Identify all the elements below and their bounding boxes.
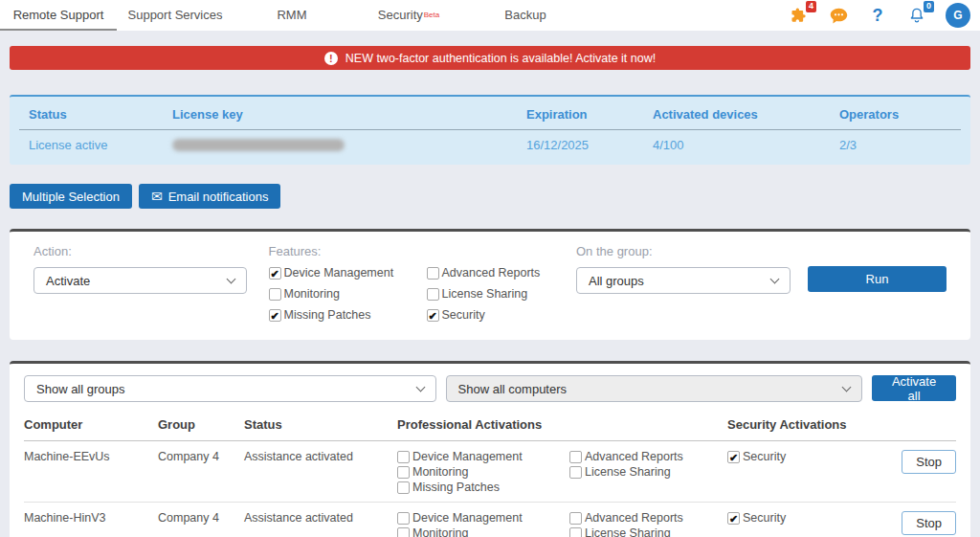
checkbox[interactable] bbox=[397, 481, 410, 494]
row-checkbox-device-management[interactable]: Device Management bbox=[397, 511, 569, 525]
computer-group: Company 4 bbox=[158, 511, 244, 525]
selected-action: Activate bbox=[46, 274, 90, 288]
features-grid: ✔Device Management Monitoring ✔Missing P… bbox=[269, 266, 556, 322]
run-button[interactable]: Run bbox=[808, 266, 947, 292]
beta-badge: Beta bbox=[424, 11, 439, 19]
checkbox-label: Advanced Reports bbox=[442, 266, 541, 280]
checkbox[interactable] bbox=[569, 527, 582, 537]
selected-group: All groups bbox=[589, 274, 644, 288]
tab-backup[interactable]: Backup bbox=[467, 0, 584, 31]
avatar[interactable]: G bbox=[946, 3, 970, 28]
email-notifications-button[interactable]: ✉Email notifications bbox=[139, 184, 281, 209]
feature-missing-patches[interactable]: ✔Missing Patches bbox=[269, 308, 427, 322]
top-navigation: Remote Support Support Services RMM Secu… bbox=[0, 0, 980, 31]
row-checkbox-license-sharing[interactable]: License Sharing bbox=[569, 526, 727, 537]
row-checkbox-monitoring[interactable]: Monitoring bbox=[397, 465, 569, 479]
notifications-bell-icon[interactable]: 0 bbox=[906, 5, 927, 26]
checkbox[interactable]: ✔ bbox=[727, 451, 740, 463]
feature-license-sharing[interactable]: License Sharing bbox=[427, 287, 556, 301]
row-checkbox-advanced-reports[interactable]: Advanced Reports bbox=[569, 450, 727, 463]
selected-computers-filter: Show all computers bbox=[458, 382, 567, 396]
multiple-selection-button[interactable]: Multiple Selection bbox=[10, 184, 132, 209]
row-checkbox-advanced-reports[interactable]: Advanced Reports bbox=[569, 511, 727, 525]
group-select[interactable]: All groups bbox=[576, 267, 791, 294]
activate-all-button[interactable]: Activate all bbox=[872, 375, 956, 401]
tab-label: Support Services bbox=[128, 8, 223, 22]
tab-label: Remote Support bbox=[13, 8, 104, 22]
feature-monitoring[interactable]: Monitoring bbox=[269, 287, 427, 301]
page: Remote Support Support Services RMM Secu… bbox=[0, 0, 980, 537]
button-label: Multiple Selection bbox=[22, 190, 120, 204]
col-security-activations: Security Activations bbox=[727, 417, 900, 432]
tab-security[interactable]: SecurityBeta bbox=[350, 0, 467, 31]
tab-label: Security bbox=[378, 8, 423, 22]
checkbox[interactable] bbox=[397, 451, 410, 463]
action-select[interactable]: Activate bbox=[33, 267, 247, 294]
tab-remote-support[interactable]: Remote Support bbox=[0, 0, 117, 31]
professional-checkboxes-2: Advanced Reports License Sharing bbox=[569, 511, 727, 537]
row-checkbox-security[interactable]: ✔Security bbox=[727, 511, 900, 525]
checkbox[interactable] bbox=[569, 466, 582, 479]
license-operators: 2/3 bbox=[839, 130, 970, 163]
checkbox-label: Monitoring bbox=[412, 465, 468, 479]
tab-label: RMM bbox=[277, 8, 306, 22]
stop-button[interactable]: Stop bbox=[902, 511, 956, 535]
checkbox[interactable]: ✔ bbox=[269, 267, 281, 280]
col-status: Status bbox=[244, 417, 397, 432]
row-checkbox-device-management[interactable]: Device Management bbox=[397, 450, 569, 463]
action-panel: Action: Activate Features: ✔Device Manag… bbox=[10, 229, 970, 340]
two-factor-banner[interactable]: ! NEW two-factor authentication is avail… bbox=[10, 46, 970, 70]
chat-icon[interactable] bbox=[828, 5, 849, 26]
plugins-icon[interactable]: 4 bbox=[789, 5, 810, 26]
chevron-down-icon bbox=[227, 275, 236, 284]
checkbox-label: Device Management bbox=[284, 266, 394, 280]
checkbox[interactable] bbox=[427, 288, 439, 301]
computer-status: Assistance activated bbox=[244, 450, 397, 463]
groups-filter-select[interactable]: Show all groups bbox=[24, 375, 436, 402]
notifications-count-badge: 0 bbox=[924, 1, 934, 12]
action-label: Action: bbox=[33, 244, 248, 258]
professional-checkboxes-1: Device Management Monitoring Missing Pat… bbox=[397, 450, 569, 494]
license-col-expiration: Expiration bbox=[526, 97, 653, 129]
computer-status: Assistance activated bbox=[244, 511, 397, 525]
col-group: Group bbox=[158, 417, 244, 432]
checkbox[interactable] bbox=[397, 466, 410, 479]
license-col-devices: Activated devices bbox=[653, 97, 839, 129]
checkbox-label: Monitoring bbox=[284, 287, 340, 301]
row-checkbox-security[interactable]: ✔Security bbox=[727, 450, 900, 463]
help-icon[interactable]: ? bbox=[867, 5, 888, 26]
row-checkbox-monitoring[interactable]: Monitoring bbox=[397, 526, 569, 537]
banner-text: NEW two-factor authentication is availab… bbox=[345, 52, 656, 65]
group-label: On the group: bbox=[576, 244, 791, 258]
feature-device-management[interactable]: ✔Device Management bbox=[269, 266, 427, 280]
checkbox[interactable]: ✔ bbox=[727, 512, 740, 525]
checkbox-label: Advanced Reports bbox=[585, 450, 683, 463]
feature-security[interactable]: ✔Security bbox=[427, 308, 556, 322]
checkbox[interactable] bbox=[269, 288, 281, 301]
chevron-down-icon bbox=[842, 383, 852, 392]
checkbox[interactable] bbox=[569, 512, 582, 525]
checkbox[interactable] bbox=[397, 527, 410, 537]
professional-checkboxes-1: Device Management Monitoring Missing Pat… bbox=[397, 511, 569, 537]
checkbox[interactable]: ✔ bbox=[269, 309, 281, 322]
row-checkbox-missing-patches[interactable]: Missing Patches bbox=[397, 481, 569, 494]
checkbox-label: Device Management bbox=[412, 511, 523, 525]
tab-support-services[interactable]: Support Services bbox=[117, 0, 234, 31]
chevron-down-icon bbox=[415, 383, 425, 392]
stop-button[interactable]: Stop bbox=[902, 450, 956, 474]
license-col-status: Status bbox=[29, 97, 172, 129]
feature-advanced-reports[interactable]: Advanced Reports bbox=[427, 266, 556, 280]
checkbox-label: Monitoring bbox=[412, 526, 468, 537]
checkbox-label: Security bbox=[743, 511, 786, 525]
col-computer: Computer bbox=[24, 417, 158, 432]
checkbox[interactable] bbox=[427, 267, 439, 280]
computers-filter-select[interactable]: Show all computers bbox=[446, 375, 863, 402]
header-icon-bar: 4 ? 0 G bbox=[789, 0, 980, 31]
checkbox[interactable] bbox=[397, 512, 410, 525]
computers-panel: Show all groups Show all computers Activ… bbox=[10, 361, 970, 537]
checkbox[interactable] bbox=[569, 451, 582, 463]
checkbox[interactable]: ✔ bbox=[427, 309, 439, 322]
checkbox-label: License Sharing bbox=[585, 465, 671, 479]
tab-rmm[interactable]: RMM bbox=[234, 0, 350, 31]
row-checkbox-license-sharing[interactable]: License Sharing bbox=[569, 465, 727, 479]
